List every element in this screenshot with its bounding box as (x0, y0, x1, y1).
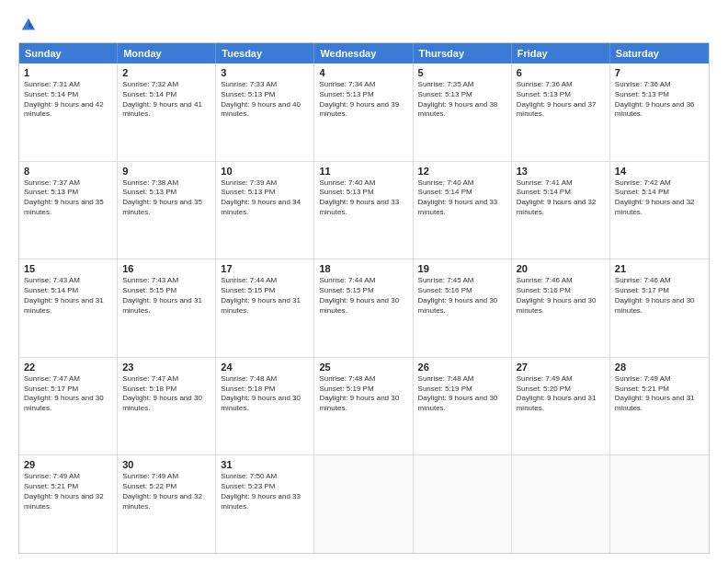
cell-details: Sunrise: 7:38 AM Sunset: 5:13 PM Dayligh… (122, 178, 210, 218)
day-number: 18 (319, 263, 407, 274)
calendar-cell: 8Sunrise: 7:37 AM Sunset: 5:13 PM Daylig… (19, 162, 118, 259)
calendar-cell (610, 455, 709, 553)
header-sunday: Sunday (19, 43, 118, 63)
day-number: 29 (24, 459, 112, 470)
cell-details: Sunrise: 7:33 AM Sunset: 5:13 PM Dayligh… (221, 80, 309, 120)
day-number: 7 (615, 67, 704, 78)
calendar-cell: 4Sunrise: 7:34 AM Sunset: 5:13 PM Daylig… (314, 63, 413, 161)
day-number: 11 (319, 166, 407, 177)
logo-icon (20, 17, 37, 33)
calendar-cell: 31Sunrise: 7:50 AM Sunset: 5:23 PM Dayli… (216, 455, 314, 553)
cell-details: Sunrise: 7:31 AM Sunset: 5:14 PM Dayligh… (24, 80, 112, 120)
calendar-cell: 29Sunrise: 7:49 AM Sunset: 5:21 PM Dayli… (19, 455, 118, 553)
cell-details: Sunrise: 7:47 AM Sunset: 5:17 PM Dayligh… (24, 374, 112, 414)
cell-details: Sunrise: 7:32 AM Sunset: 5:14 PM Dayligh… (122, 80, 210, 120)
header-tuesday: Tuesday (216, 43, 314, 63)
calendar-cell (314, 455, 413, 553)
calendar-cell: 24Sunrise: 7:48 AM Sunset: 5:18 PM Dayli… (216, 358, 314, 455)
day-number: 13 (517, 166, 605, 177)
day-number: 27 (517, 362, 605, 373)
calendar-cell: 15Sunrise: 7:43 AM Sunset: 5:14 PM Dayli… (19, 259, 118, 357)
calendar-cell: 2Sunrise: 7:32 AM Sunset: 5:14 PM Daylig… (118, 63, 216, 161)
day-number: 14 (615, 166, 704, 177)
cell-details: Sunrise: 7:49 AM Sunset: 5:22 PM Dayligh… (122, 472, 210, 511)
cell-details: Sunrise: 7:46 AM Sunset: 5:16 PM Dayligh… (517, 276, 605, 316)
calendar-cell: 28Sunrise: 7:49 AM Sunset: 5:21 PM Dayli… (610, 358, 709, 455)
calendar-cell: 30Sunrise: 7:49 AM Sunset: 5:22 PM Dayli… (118, 455, 216, 553)
cell-details: Sunrise: 7:40 AM Sunset: 5:13 PM Dayligh… (319, 178, 407, 218)
calendar-cell: 6Sunrise: 7:36 AM Sunset: 5:13 PM Daylig… (512, 63, 610, 161)
cell-details: Sunrise: 7:44 AM Sunset: 5:15 PM Dayligh… (221, 276, 309, 316)
calendar-cell: 7Sunrise: 7:36 AM Sunset: 5:13 PM Daylig… (610, 63, 709, 161)
calendar-cell: 25Sunrise: 7:48 AM Sunset: 5:19 PM Dayli… (314, 358, 413, 455)
cell-details: Sunrise: 7:45 AM Sunset: 5:16 PM Dayligh… (418, 276, 506, 316)
calendar-row-5: 29Sunrise: 7:49 AM Sunset: 5:21 PM Dayli… (19, 455, 709, 553)
day-number: 21 (615, 263, 704, 274)
day-number: 2 (122, 67, 210, 78)
cell-details: Sunrise: 7:37 AM Sunset: 5:13 PM Dayligh… (24, 178, 112, 218)
day-number: 9 (122, 166, 210, 177)
calendar-row-4: 22Sunrise: 7:47 AM Sunset: 5:17 PM Dayli… (19, 358, 709, 456)
calendar: Sunday Monday Tuesday Wednesday Thursday… (18, 42, 710, 554)
cell-details: Sunrise: 7:48 AM Sunset: 5:19 PM Dayligh… (319, 374, 407, 414)
cell-details: Sunrise: 7:39 AM Sunset: 5:13 PM Dayligh… (221, 178, 309, 218)
header-wednesday: Wednesday (314, 43, 413, 63)
calendar-cell: 14Sunrise: 7:42 AM Sunset: 5:14 PM Dayli… (610, 162, 709, 259)
header-monday: Monday (118, 43, 216, 63)
calendar-cell (512, 455, 610, 553)
calendar-cell: 27Sunrise: 7:49 AM Sunset: 5:20 PM Dayli… (512, 358, 610, 455)
calendar-cell: 17Sunrise: 7:44 AM Sunset: 5:15 PM Dayli… (216, 259, 314, 357)
day-number: 19 (418, 263, 506, 274)
day-number: 1 (24, 67, 112, 78)
day-number: 30 (122, 459, 210, 470)
cell-details: Sunrise: 7:49 AM Sunset: 5:21 PM Dayligh… (24, 472, 112, 511)
calendar-cell: 3Sunrise: 7:33 AM Sunset: 5:13 PM Daylig… (216, 63, 314, 161)
day-number: 3 (221, 67, 309, 78)
day-number: 10 (221, 166, 309, 177)
calendar-cell: 18Sunrise: 7:44 AM Sunset: 5:15 PM Dayli… (314, 259, 413, 357)
day-number: 17 (221, 263, 309, 274)
calendar-cell: 22Sunrise: 7:47 AM Sunset: 5:17 PM Dayli… (19, 358, 118, 455)
calendar-cell: 10Sunrise: 7:39 AM Sunset: 5:13 PM Dayli… (216, 162, 314, 259)
day-number: 8 (24, 166, 112, 177)
calendar-cell: 16Sunrise: 7:43 AM Sunset: 5:15 PM Dayli… (118, 259, 216, 357)
calendar-cell: 5Sunrise: 7:35 AM Sunset: 5:13 PM Daylig… (414, 63, 512, 161)
cell-details: Sunrise: 7:49 AM Sunset: 5:21 PM Dayligh… (615, 374, 704, 414)
day-number: 31 (221, 459, 309, 470)
calendar-header: Sunday Monday Tuesday Wednesday Thursday… (19, 43, 709, 63)
day-number: 24 (221, 362, 309, 373)
cell-details: Sunrise: 7:49 AM Sunset: 5:20 PM Dayligh… (517, 374, 605, 414)
calendar-cell: 13Sunrise: 7:41 AM Sunset: 5:14 PM Dayli… (512, 162, 610, 259)
day-number: 15 (24, 263, 112, 274)
cell-details: Sunrise: 7:36 AM Sunset: 5:13 PM Dayligh… (517, 80, 605, 120)
header-friday: Friday (512, 43, 610, 63)
day-number: 16 (122, 263, 210, 274)
cell-details: Sunrise: 7:42 AM Sunset: 5:14 PM Dayligh… (615, 178, 704, 218)
logo (18, 17, 37, 33)
cell-details: Sunrise: 7:47 AM Sunset: 5:18 PM Dayligh… (122, 374, 210, 414)
cell-details: Sunrise: 7:46 AM Sunset: 5:17 PM Dayligh… (615, 276, 704, 316)
calendar-row-3: 15Sunrise: 7:43 AM Sunset: 5:14 PM Dayli… (19, 259, 709, 358)
calendar-cell: 23Sunrise: 7:47 AM Sunset: 5:18 PM Dayli… (118, 358, 216, 455)
calendar-row-1: 1Sunrise: 7:31 AM Sunset: 5:14 PM Daylig… (19, 63, 709, 162)
cell-details: Sunrise: 7:50 AM Sunset: 5:23 PM Dayligh… (221, 472, 309, 511)
day-number: 26 (418, 362, 506, 373)
day-number: 4 (319, 67, 407, 78)
calendar-row-2: 8Sunrise: 7:37 AM Sunset: 5:13 PM Daylig… (19, 162, 709, 260)
cell-details: Sunrise: 7:40 AM Sunset: 5:14 PM Dayligh… (418, 178, 506, 218)
header (18, 17, 710, 33)
calendar-cell: 20Sunrise: 7:46 AM Sunset: 5:16 PM Dayli… (512, 259, 610, 357)
calendar-body: 1Sunrise: 7:31 AM Sunset: 5:14 PM Daylig… (19, 63, 709, 553)
day-number: 28 (615, 362, 704, 373)
day-number: 23 (122, 362, 210, 373)
cell-details: Sunrise: 7:44 AM Sunset: 5:15 PM Dayligh… (319, 276, 407, 316)
calendar-cell (414, 455, 512, 553)
cell-details: Sunrise: 7:41 AM Sunset: 5:14 PM Dayligh… (517, 178, 605, 218)
cell-details: Sunrise: 7:48 AM Sunset: 5:18 PM Dayligh… (221, 374, 309, 414)
calendar-cell: 19Sunrise: 7:45 AM Sunset: 5:16 PM Dayli… (414, 259, 512, 357)
cell-details: Sunrise: 7:34 AM Sunset: 5:13 PM Dayligh… (319, 80, 407, 120)
calendar-cell: 21Sunrise: 7:46 AM Sunset: 5:17 PM Dayli… (610, 259, 709, 357)
cell-details: Sunrise: 7:43 AM Sunset: 5:14 PM Dayligh… (24, 276, 112, 316)
day-number: 25 (319, 362, 407, 373)
day-number: 6 (517, 67, 605, 78)
